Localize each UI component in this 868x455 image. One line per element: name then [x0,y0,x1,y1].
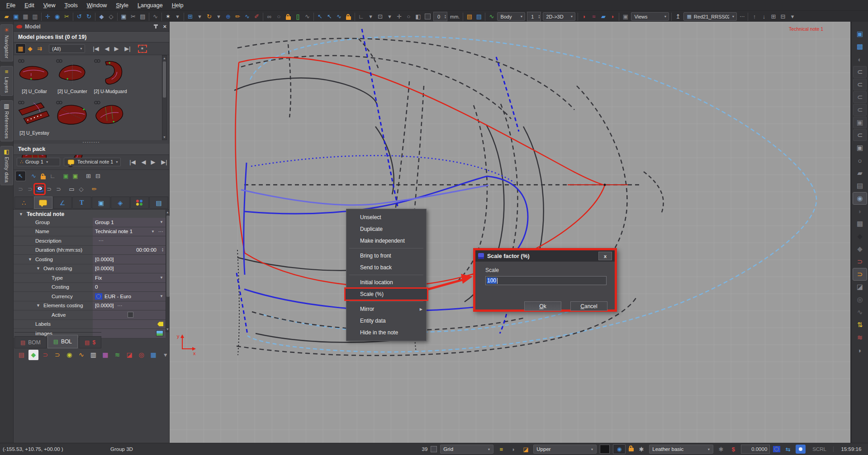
zoom-icon[interactable]: ◉ [52,12,62,21]
heel-dim-icon[interactable]: ∿ [853,306,867,318]
piece-redblue-icon[interactable]: ⊃ [40,350,51,360]
grid-blue-icon[interactable]: ▦ [148,350,159,360]
snap-caret-icon[interactable]: ▾ [385,12,394,21]
gear-icon[interactable]: ✱ [716,445,726,454]
color-swatch[interactable] [600,445,610,454]
grid-dropdown[interactable]: Grid ▼ [440,445,493,454]
heel-orange-icon[interactable]: ∿ [76,350,87,360]
piece-thumbnail[interactable]: [2] U_Eyestay [16,98,52,139]
property-label-cell[interactable]: Description [14,236,93,245]
arrow-down-icon[interactable]: ↓ [759,12,768,21]
tag-icon[interactable] [157,322,163,326]
property-label-cell[interactable]: Name [14,227,93,236]
tools-icon[interactable]: ✱ [637,445,646,454]
circle-dim-icon[interactable]: ◎ [853,294,867,305]
piece-frame-icon[interactable]: ▣ [853,117,867,128]
open-file-icon[interactable]: ▰ [2,12,11,21]
spin-down-icon[interactable]: ▾ [445,17,446,19]
shoe-outline-red-icon[interactable]: ⊃ [853,256,867,267]
group-dropdown[interactable]: ∴ Group 1 ▼ [17,158,60,166]
context-menu-item-unselect[interactable]: Unselect [346,211,426,223]
property-value-cell[interactable] [93,310,166,319]
grid-scrollbar[interactable]: ▲ ▼ [166,209,170,332]
property-label-cell[interactable]: Currency [14,292,93,301]
sync-arrows-icon[interactable]: ⇆ [783,445,792,454]
panel-splitter[interactable]: •••••••• [14,140,169,144]
chevron-down-icon[interactable]: ▼ [160,220,163,224]
spin-down-icon[interactable]: ▾ [538,17,540,19]
sphere-icon[interactable]: ⊕ [223,12,233,21]
ruler-red-icon[interactable]: ✐ [252,12,261,21]
pin-icon[interactable] [155,24,157,28]
cancel-button[interactable]: Cancel [570,301,607,311]
box-white-icon[interactable]: ▥ [88,350,99,360]
context-menu-item-initial-location[interactable]: Initial location [346,277,426,288]
snap-icon[interactable]: ⊡ [375,12,385,21]
shoe-visibility-icon[interactable]: ◉ [853,192,867,204]
import-icon[interactable]: ▦ [21,12,30,21]
folder-shoe-icon[interactable]: ▰ [853,167,867,179]
export-icon[interactable]: ▥ [30,12,40,21]
property-value-cell[interactable]: [0.0000] [93,264,166,273]
image-icon[interactable] [156,330,163,336]
scrollbar-thumb[interactable] [166,216,170,297]
piece-thumbnail[interactable]: [2] U-Mudguard [92,56,128,98]
rotate-add-caret-icon[interactable]: ▾ [214,12,223,21]
cost-value[interactable]: 0.0000 [741,445,770,454]
tab-rotation[interactable]: ◈ [111,197,130,209]
windows-icon[interactable]: ▣ [853,28,867,40]
node-icon[interactable]: ○ [274,12,284,21]
piece-flat-2-icon[interactable]: ⊂ [853,91,867,103]
property-value-cell[interactable]: EUR - Euro▼ [93,292,166,301]
eraser-parts-icon[interactable]: ◇ [106,12,116,21]
menu-item-edit[interactable]: Edit [20,1,39,10]
tp-nav-first-icon[interactable]: |◀ [126,157,139,167]
expand-icon[interactable]: ▼ [36,303,40,308]
copy-pages-icon[interactable]: ▤ [853,180,867,192]
rotate-add-icon[interactable]: ↻ [204,12,214,21]
canvas-note-label[interactable]: Technical note 1 [789,26,823,32]
nav-prev-icon[interactable]: ◀ [102,44,112,53]
body-dropdown[interactable]: Body▼ [497,12,525,21]
context-menu-item-scale-[interactable]: Scale (%) [345,288,427,300]
menu-item-view[interactable]: View [39,1,60,10]
technical-note-section[interactable]: ▼ Technical note [14,209,166,219]
report-shoe-icon[interactable]: ▤ [16,350,27,360]
context-menu-item-mirror[interactable]: Mirror▶ [346,303,426,315]
layer-dropdown[interactable]: Upper ▼ [533,445,597,454]
property-label-cell[interactable]: ▼Elements costing [14,301,93,310]
notes-view-icon[interactable]: ▤ [465,12,474,21]
piece-textured-icon[interactable]: ⊂ [853,79,867,90]
chevron-down-icon[interactable]: ▼ [160,294,163,298]
scroll-up-icon[interactable]: ▲ [162,56,166,61]
note-dropdown[interactable]: Technical note 1 ▼ [64,158,121,166]
property-value-cell[interactable]: Group 1▼ [93,218,166,227]
link-icon[interactable]: ∞ [265,12,274,21]
ruler-add-caret-icon[interactable]: ▾ [195,12,204,21]
more-icon[interactable]: ⋯ [118,303,123,309]
count-stepper[interactable]: 1▴▾ [527,12,541,21]
context-menu-item-send-to-back[interactable]: Send to back [346,262,426,273]
ok-button[interactable]: Ok [524,301,561,311]
piece-thumbnail[interactable]: [2] U_Collar [16,56,52,98]
overflow-caret-icon[interactable]: ▾ [787,12,797,21]
spinner-arrows-icon[interactable]: ▴▾ [162,248,163,252]
shoe-redblue-icon[interactable]: ≋ [853,332,867,343]
expand-icon[interactable]: ▼ [28,257,32,262]
tab-technical-note[interactable] [34,197,53,209]
last-gray-icon[interactable]: ◆ [853,243,867,255]
last-black-icon[interactable]: ◆ [853,230,867,242]
scroll-up-icon[interactable]: ▲ [166,210,169,215]
mode-dropdown[interactable]: 2D->3D▼ [543,12,575,21]
scroll-down-icon[interactable]: ▼ [166,327,169,332]
tp-nav-last-icon[interactable]: ▶| [158,157,171,167]
curve-gray-icon[interactable]: ∿ [303,12,312,21]
scrollbar-thumb[interactable] [163,61,166,98]
tab-document[interactable]: ▤ [149,197,168,209]
property-label-cell[interactable]: ▼Costing [14,255,93,264]
grid-transfer-icon[interactable]: ▦ [853,218,867,230]
piece-add-icon[interactable]: ⊃ [16,184,25,194]
property-value-cell[interactable] [93,329,166,338]
camera-red-icon[interactable]: ◎ [136,350,147,360]
folder-blue-icon[interactable]: ▰ [598,12,608,21]
